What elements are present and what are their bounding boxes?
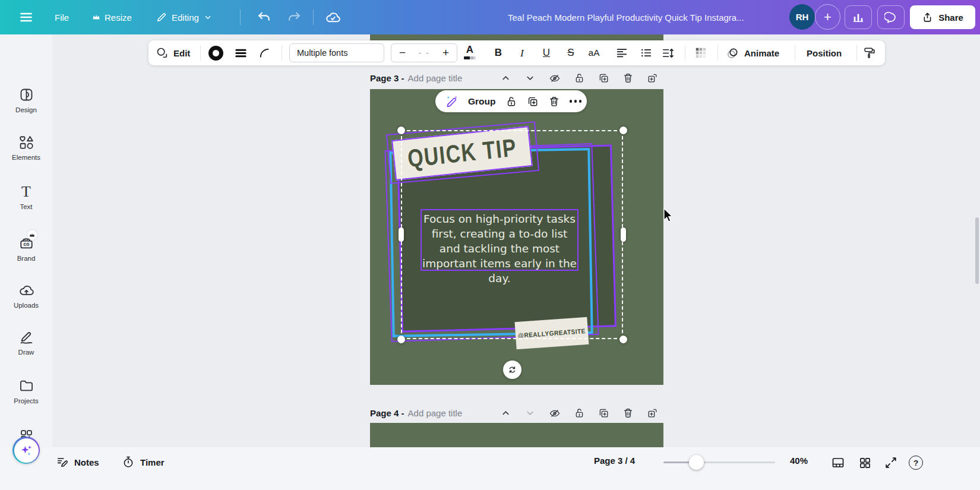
selection-handle-top-left[interactable]: [397, 127, 405, 134]
add-page-icon[interactable]: [647, 407, 658, 419]
resize-label: Resize: [105, 12, 132, 23]
lock-icon[interactable]: [574, 407, 585, 419]
lock-icon[interactable]: [574, 72, 585, 84]
delete-icon[interactable]: [622, 407, 634, 419]
notes-button[interactable]: Notes: [56, 456, 99, 469]
sidebar-item-draw[interactable]: Draw: [0, 329, 52, 356]
share-button[interactable]: Share: [910, 5, 975, 29]
sidebar-item-uploads[interactable]: Uploads: [0, 282, 52, 309]
help-button[interactable]: ?: [908, 454, 924, 471]
copy-style-button[interactable]: [861, 45, 878, 61]
group-button[interactable]: Group: [468, 96, 496, 107]
redo-icon: [287, 10, 302, 25]
text-color-button[interactable]: A: [462, 43, 478, 62]
position-button[interactable]: Position: [807, 40, 842, 65]
delete-icon[interactable]: [548, 96, 560, 108]
duplicate-icon[interactable]: [598, 407, 609, 419]
elements-icon: [18, 134, 34, 150]
text-case-button[interactable]: aA: [584, 40, 603, 65]
rotate-handle[interactable]: [503, 361, 521, 379]
top-bar: File Resize Editing Teal Peach Modern Pl…: [0, 0, 980, 34]
mouse-cursor: [663, 208, 676, 222]
chevron-down-icon[interactable]: [524, 72, 536, 84]
page4-label: Page 4 -: [370, 408, 404, 418]
comments-button[interactable]: [877, 5, 905, 29]
alignment-button[interactable]: [614, 45, 630, 61]
avatar[interactable]: RH: [789, 4, 815, 30]
line-spacing-button[interactable]: [660, 45, 676, 61]
invite-plus-button[interactable]: +: [815, 4, 840, 30]
page4-title-input[interactable]: Add page title: [408, 408, 463, 418]
sidebar-item-text[interactable]: T Text: [0, 184, 52, 210]
timer-button[interactable]: Timer: [122, 456, 165, 469]
main-menu-button[interactable]: [18, 0, 34, 34]
edit-button[interactable]: Edit: [156, 40, 190, 65]
sidebar-item-elements[interactable]: Elements: [0, 134, 52, 161]
delete-icon[interactable]: [622, 72, 634, 84]
magic-edit-icon[interactable]: [445, 94, 459, 108]
selection-handle-right[interactable]: [621, 227, 626, 242]
sidebar-item-projects[interactable]: Projects: [0, 378, 52, 404]
sidebar-item-design[interactable]: Design: [0, 87, 52, 113]
italic-button[interactable]: I: [514, 40, 530, 65]
lock-icon[interactable]: [505, 96, 517, 108]
font-size-decrease-button[interactable]: −: [399, 46, 406, 59]
file-menu-button[interactable]: File: [55, 0, 69, 34]
presentation-view-button[interactable]: [830, 454, 846, 471]
page3-title-input[interactable]: Add page title: [408, 73, 463, 83]
line-spacing-icon: [661, 46, 675, 60]
transparency-button[interactable]: [693, 45, 709, 61]
save-status-button[interactable]: [325, 0, 341, 34]
crown-icon: [92, 13, 100, 21]
editing-mode-dropdown[interactable]: Editing: [156, 0, 213, 34]
menu-icon: [18, 10, 34, 25]
design-icon: [18, 87, 34, 103]
animate-icon: [726, 46, 739, 60]
bullet-list-button[interactable]: [638, 45, 654, 61]
grid-view-button[interactable]: [856, 454, 873, 471]
duplicate-icon[interactable]: [598, 72, 609, 84]
resize-button[interactable]: Resize: [92, 0, 132, 34]
chevron-up-icon[interactable]: [500, 407, 511, 419]
bold-button[interactable]: B: [490, 40, 507, 65]
strikethrough-button[interactable]: S: [562, 40, 579, 65]
add-page-icon[interactable]: [647, 72, 658, 84]
page3-label: Page 3 -: [370, 73, 404, 83]
hide-icon[interactable]: [549, 72, 561, 84]
more-icon[interactable]: [570, 100, 582, 103]
selection-handle-top-right[interactable]: [619, 127, 627, 134]
fullscreen-icon: [884, 456, 897, 469]
animate-button[interactable]: Animate: [726, 40, 779, 65]
font-size-increase-button[interactable]: +: [442, 46, 449, 59]
fullscreen-button[interactable]: [883, 454, 899, 471]
timer-icon: [122, 456, 135, 469]
chevron-up-icon[interactable]: [500, 72, 511, 84]
zoom-slider-track[interactable]: [663, 461, 775, 463]
canvas-scrollbar[interactable]: [975, 217, 979, 284]
selection-handle-left[interactable]: [399, 227, 404, 242]
redo-button[interactable]: [287, 0, 302, 34]
selection-handle-bottom-left[interactable]: [397, 336, 405, 343]
insights-button[interactable]: [845, 5, 872, 29]
font-size-value[interactable]: - -: [418, 48, 429, 58]
stroke-weight-button[interactable]: [233, 45, 248, 61]
document-title[interactable]: Teal Peach Modern Playful Productivity Q…: [508, 0, 744, 34]
sidebar-item-brand[interactable]: co Brand: [0, 235, 52, 262]
cloud-check-icon: [325, 10, 341, 26]
chevron-down-icon[interactable]: [524, 407, 536, 419]
zoom-slider-thumb[interactable]: [689, 455, 704, 470]
stroke-color-button[interactable]: [208, 45, 223, 61]
hide-icon[interactable]: [549, 407, 561, 419]
zoom-level[interactable]: 40%: [790, 456, 808, 466]
page-indicator[interactable]: Page 3 / 4: [594, 456, 635, 466]
ai-assistant-button[interactable]: [12, 437, 40, 464]
line-curve-button[interactable]: [257, 45, 272, 61]
duplicate-icon[interactable]: [527, 96, 539, 108]
underline-button[interactable]: U: [538, 40, 555, 65]
undo-button[interactable]: [257, 0, 271, 34]
font-family-selector[interactable]: Multiple fonts: [289, 43, 384, 62]
page4-canvas[interactable]: [370, 423, 663, 447]
selection-handle-bottom-right[interactable]: [619, 336, 627, 343]
projects-icon: [18, 378, 34, 394]
pencil-icon: [156, 11, 167, 23]
